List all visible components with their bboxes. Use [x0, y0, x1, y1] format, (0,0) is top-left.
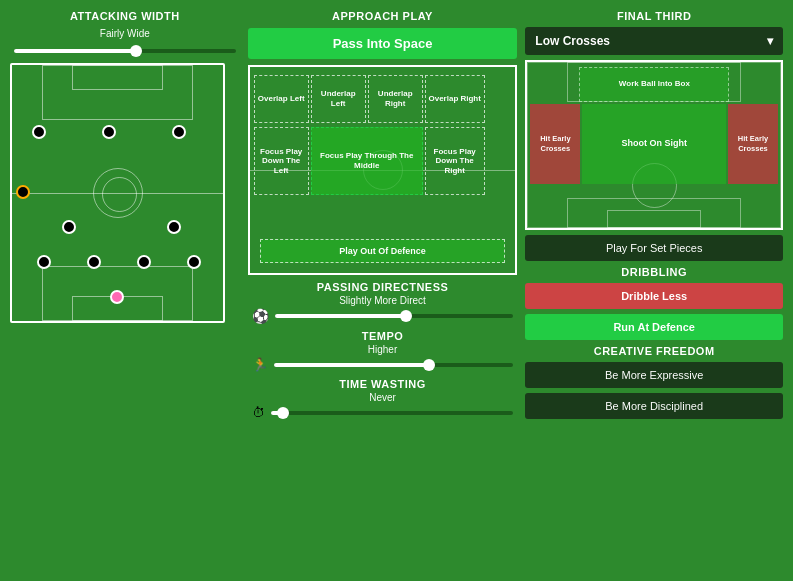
dribbling-title: DRIBBLING: [525, 266, 783, 278]
middle-panel: APPROACH PLAY Pass Into Space Overlap Le…: [248, 10, 518, 571]
tempo-section: TEMPO Higher 🏃: [248, 330, 518, 372]
overlap-left-zone[interactable]: Overlap Left: [254, 75, 309, 123]
ball-icon: ⚽: [252, 308, 269, 324]
work-ball-into-box-zone[interactable]: Work Ball Into Box: [579, 67, 729, 102]
final-third-title: FINAL THIRD: [525, 10, 783, 22]
time-wasting-value: Never: [248, 392, 518, 403]
passing-directness-slider[interactable]: ⚽: [248, 308, 518, 324]
passing-directness-title: PASSING DIRECTNESS: [248, 281, 518, 293]
attacking-width-slider-container[interactable]: [10, 45, 240, 57]
final-third-field: Work Ball Into Box Hit Early Crosses Sho…: [525, 60, 783, 230]
creative-freedom-title: CREATIVE FREEDOM: [525, 345, 783, 357]
tempo-icon: 🏃: [252, 357, 268, 372]
tempo-title: TEMPO: [248, 330, 518, 342]
time-wasting-title: TIME WASTING: [248, 378, 518, 390]
time-wasting-slider[interactable]: ⏱: [248, 405, 518, 420]
attacking-width-title: ATTACKING WIDTH: [10, 10, 240, 22]
underlap-right-zone[interactable]: Underlap Right: [368, 75, 423, 123]
approach-play-button[interactable]: Pass Into Space: [248, 28, 518, 59]
attacking-width-value: Fairly Wide: [10, 28, 240, 39]
left-panel: ATTACKING WIDTH Fairly Wide: [10, 10, 240, 571]
play-out-defence-zone[interactable]: Play Out Of Defence: [260, 239, 506, 263]
timer-icon: ⏱: [252, 405, 265, 420]
underlap-left-zone[interactable]: Underlap Left: [311, 75, 366, 123]
overlap-right-zone[interactable]: Overlap Right: [425, 75, 485, 123]
be-more-disciplined-button[interactable]: Be More Disciplined: [525, 393, 783, 419]
tactics-football-field: [10, 63, 225, 323]
right-panel: FINAL THIRD Low Crosses ▾ Work Ball Into…: [525, 10, 783, 571]
dropdown-label: Low Crosses: [535, 34, 610, 48]
tempo-value: Higher: [248, 344, 518, 355]
passing-directness-value: Slightly More Direct: [248, 295, 518, 306]
time-wasting-section: TIME WASTING Never ⏱: [248, 378, 518, 420]
run-at-defence-button[interactable]: Run At Defence: [525, 314, 783, 340]
hit-early-crosses-right-zone[interactable]: Hit Early Crosses: [728, 104, 778, 184]
tempo-slider[interactable]: 🏃: [248, 357, 518, 372]
passing-directness-section: PASSING DIRECTNESS Slightly More Direct …: [248, 281, 518, 324]
play-for-set-pieces-button[interactable]: Play For Set Pieces: [525, 235, 783, 261]
dribble-less-button[interactable]: Dribble Less: [525, 283, 783, 309]
chevron-down-icon: ▾: [767, 34, 773, 48]
focus-right-zone[interactable]: Focus Play Down The Right: [425, 127, 485, 195]
final-third-dropdown[interactable]: Low Crosses ▾: [525, 27, 783, 55]
focus-left-zone[interactable]: Focus Play Down The Left: [254, 127, 309, 195]
be-more-expressive-button[interactable]: Be More Expressive: [525, 362, 783, 388]
approach-play-title: APPROACH PLAY: [248, 10, 518, 22]
hit-early-crosses-left-zone[interactable]: Hit Early Crosses: [530, 104, 580, 184]
approach-tactics-field: Overlap Left Underlap Left Underlap Righ…: [248, 65, 518, 275]
shoot-on-sight-zone[interactable]: Shoot On Sight: [582, 104, 726, 184]
focus-middle-zone[interactable]: Focus Play Through The Middle: [311, 127, 423, 195]
